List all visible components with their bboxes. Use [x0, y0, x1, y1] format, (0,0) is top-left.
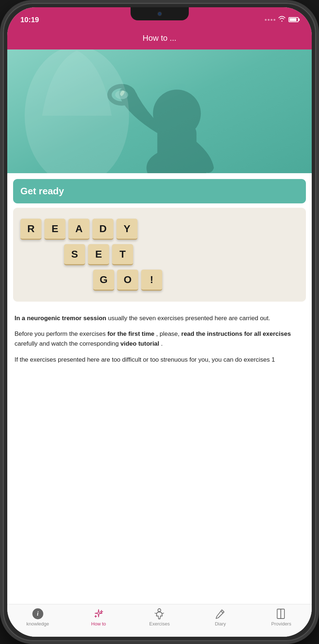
svg-point-3	[153, 90, 201, 138]
tile-O: O	[117, 270, 138, 291]
body-text: In a neurogenic tremor session usually t…	[7, 306, 312, 370]
nav-item-providers[interactable]: Providers	[267, 608, 296, 627]
text-2b: , please,	[156, 330, 181, 337]
screen: 10:19	[7, 7, 312, 637]
nav-label-knowledge: knowledge	[27, 621, 49, 627]
book-icon	[275, 608, 287, 620]
tile-Y: Y	[116, 219, 137, 240]
set-row: S E T	[64, 244, 133, 265]
front-camera	[157, 12, 162, 16]
tile-E2: E	[88, 244, 109, 265]
app-header: How to ...	[7, 29, 312, 49]
person-icon	[153, 608, 165, 620]
wifi-icon	[278, 16, 286, 23]
nav-label-howto: How to	[91, 621, 106, 627]
text-1: usually the seven exercises presented he…	[108, 315, 270, 322]
paragraph-3: If the exercises presented here are too …	[15, 355, 304, 365]
nav-item-knowledge[interactable]: i knowledge	[23, 608, 52, 627]
bold-2c: video tutorial	[120, 340, 159, 347]
scroll-area[interactable]: Get ready R E A D Y S E T G O	[7, 49, 312, 603]
nav-label-diary: Diary	[215, 621, 226, 627]
hero-image	[7, 49, 312, 173]
text-2c: carefully and watch the corresponding	[15, 340, 120, 347]
nav-item-howto[interactable]: How to	[84, 608, 113, 627]
notch	[131, 7, 189, 20]
tile-G: G	[93, 270, 114, 291]
nav-label-exercises: Exercises	[149, 621, 170, 627]
status-right-icons	[265, 16, 299, 23]
ready-set-go-image: R E A D Y S E T G O !	[13, 208, 306, 302]
tile-A: A	[68, 219, 89, 240]
text-2a: Before you perform the exercises	[15, 330, 107, 337]
get-ready-label: Get ready	[20, 186, 64, 196]
tile-T: T	[112, 244, 133, 265]
tile-D: D	[92, 219, 113, 240]
get-ready-banner: Get ready	[13, 179, 306, 203]
text-2d: .	[161, 340, 163, 347]
bottom-nav: i knowledge How to	[7, 604, 312, 637]
svg-point-7	[158, 609, 161, 612]
tile-exclaim: !	[141, 270, 162, 291]
bold-2b: read the instructions for all exercises	[181, 330, 291, 337]
paragraph-1: In a neurogenic tremor session usually t…	[15, 313, 304, 323]
page-title: How to ...	[143, 33, 176, 43]
phone-frame: 10:19	[0, 0, 319, 644]
ready-row: R E A D Y	[20, 219, 137, 240]
bold-2a: for the first time	[107, 330, 154, 337]
nav-item-diary[interactable]: Diary	[206, 608, 235, 627]
battery-icon	[288, 17, 299, 22]
status-time: 10:19	[20, 16, 39, 24]
nav-item-exercises[interactable]: Exercises	[145, 608, 174, 627]
tile-S: S	[64, 244, 85, 265]
info-icon: i	[32, 608, 44, 620]
sparkle-icon	[93, 608, 104, 620]
nav-label-providers: Providers	[271, 621, 291, 627]
text-3: If the exercises presented here are too …	[15, 356, 275, 363]
tile-R: R	[20, 219, 41, 240]
pencil-icon	[215, 608, 226, 620]
paragraph-2: Before you perform the exercises for the…	[15, 329, 304, 349]
go-row: G O !	[93, 270, 162, 291]
bold-1: In a neurogenic tremor session	[15, 315, 106, 322]
signal-dots	[265, 19, 275, 21]
hero-svg	[7, 49, 312, 173]
tile-E: E	[44, 219, 65, 240]
